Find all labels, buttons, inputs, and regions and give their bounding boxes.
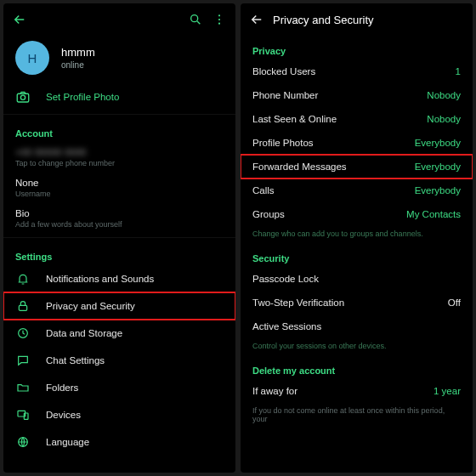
settings-item-devices[interactable]: Devices xyxy=(3,401,235,428)
svg-point-1 xyxy=(218,14,220,16)
bio-hint: Add a few words about yourself xyxy=(15,220,224,229)
delete-hint: If you do not come online at least once … xyxy=(241,403,473,428)
avatar[interactable]: H xyxy=(15,41,49,75)
kv-value: Everybody xyxy=(415,138,461,148)
kv-label: Last Seen & Online xyxy=(252,114,337,124)
delete-if-away[interactable]: If away for 1 year xyxy=(241,379,473,403)
svg-point-0 xyxy=(191,15,198,22)
settings-item-language[interactable]: Language xyxy=(3,428,235,456)
security-active-sessions[interactable]: Active Sessions xyxy=(241,314,473,338)
profile-name: hmmm xyxy=(61,46,95,59)
bell-icon xyxy=(15,271,31,286)
kv-value: 1 year xyxy=(434,386,461,396)
kv-label: Blocked Users xyxy=(252,66,315,76)
back-icon[interactable] xyxy=(12,12,27,27)
svg-point-2 xyxy=(218,19,220,20)
section-security: Security xyxy=(241,243,473,267)
chat-icon xyxy=(15,353,31,368)
kv-label: Passcode Lock xyxy=(252,274,319,284)
kv-label: Phone Number xyxy=(252,90,318,100)
profile-status: online xyxy=(61,60,95,70)
more-icon[interactable] xyxy=(212,12,227,27)
back-icon[interactable] xyxy=(249,12,264,27)
security-passcode[interactable]: Passcode Lock xyxy=(241,267,473,291)
settings-item-chat[interactable]: Chat Settings xyxy=(3,347,235,374)
username-hint: Username xyxy=(15,190,224,198)
kv-label: If away for xyxy=(252,386,298,396)
settings-item-data[interactable]: Data and Storage xyxy=(3,320,235,347)
privacy-groups[interactable]: Groups My Contacts xyxy=(241,202,473,226)
devices-icon xyxy=(15,407,31,422)
privacy-profile-photos[interactable]: Profile Photos Everybody xyxy=(241,131,473,155)
settings-item-label: Privacy and Security xyxy=(46,301,224,311)
privacy-blocked-users[interactable]: Blocked Users 1 xyxy=(241,60,473,83)
kv-value: My Contacts xyxy=(406,209,461,219)
kv-value: Off xyxy=(448,298,461,308)
settings-item-label: Chat Settings xyxy=(46,355,224,366)
section-privacy: Privacy xyxy=(241,36,473,60)
page-title: Privacy and Security xyxy=(273,14,374,26)
settings-item-privacy[interactable]: Privacy and Security xyxy=(3,292,235,320)
kv-value: Everybody xyxy=(415,162,461,172)
privacy-forwarded-messages[interactable]: Forwarded Messages Everybody xyxy=(241,155,473,178)
privacy-security-screen: Privacy and Security Privacy Blocked Use… xyxy=(241,3,473,473)
phone-hint: Tap to change phone number xyxy=(15,159,224,167)
bio-field[interactable]: Bio Add a few words about yourself xyxy=(3,203,235,234)
settings-item-label: Notifications and Sounds xyxy=(46,274,224,284)
kv-label: Two-Step Verification xyxy=(252,298,344,308)
globe-icon xyxy=(15,434,31,450)
section-account: Account xyxy=(3,118,235,142)
privacy-calls[interactable]: Calls Everybody xyxy=(241,178,473,202)
settings-screen: H hmmm online Set Profile Photo Account … xyxy=(3,3,235,473)
camera-icon xyxy=(15,89,31,105)
kv-value: 1 xyxy=(456,66,461,76)
settings-item-label: Folders xyxy=(46,382,224,393)
kv-label: Calls xyxy=(252,185,275,196)
username-value: None xyxy=(15,178,224,188)
kv-label: Forwarded Messages xyxy=(252,162,347,172)
privacy-phone-number[interactable]: Phone Number Nobody xyxy=(241,83,473,107)
topbar-right: Privacy and Security xyxy=(241,3,473,36)
settings-item-label: Data and Storage xyxy=(46,328,224,338)
kv-label: Profile Photos xyxy=(252,138,314,148)
settings-item-label: Language xyxy=(46,437,224,447)
svg-rect-6 xyxy=(19,305,26,310)
profile-header[interactable]: H hmmm online xyxy=(3,36,235,83)
set-profile-photo-label: Set Profile Photo xyxy=(46,92,224,102)
settings-item-label: Devices xyxy=(46,410,224,420)
username-field[interactable]: None Username xyxy=(3,173,235,203)
privacy-hint: Change who can add you to groups and cha… xyxy=(241,226,473,243)
kv-value: Nobody xyxy=(427,90,461,100)
phone-field[interactable]: +00 00000 0000 Tap to change phone numbe… xyxy=(3,142,235,173)
kv-label: Groups xyxy=(252,209,285,219)
security-two-step[interactable]: Two-Step Verification Off xyxy=(241,291,473,314)
topbar-left xyxy=(3,3,235,36)
settings-item-folders[interactable]: Folders xyxy=(3,374,235,401)
data-icon xyxy=(15,326,31,341)
folder-icon xyxy=(15,380,31,395)
set-profile-photo[interactable]: Set Profile Photo xyxy=(3,83,235,110)
kv-value: Nobody xyxy=(427,114,461,124)
kv-label: Active Sessions xyxy=(252,321,321,332)
security-hint: Control your sessions on other devices. xyxy=(241,338,473,355)
bio-value: Bio xyxy=(15,208,224,218)
section-settings: Settings xyxy=(3,241,235,265)
settings-item-notifications[interactable]: Notifications and Sounds xyxy=(3,265,235,292)
kv-value: Everybody xyxy=(415,185,461,196)
svg-point-5 xyxy=(20,95,25,99)
privacy-last-seen[interactable]: Last Seen & Online Nobody xyxy=(241,107,473,131)
phone-value: +00 00000 0000 xyxy=(15,147,224,157)
svg-point-3 xyxy=(218,23,220,25)
search-icon[interactable] xyxy=(188,12,203,27)
lock-icon xyxy=(15,298,31,314)
section-delete: Delete my account xyxy=(241,355,473,379)
